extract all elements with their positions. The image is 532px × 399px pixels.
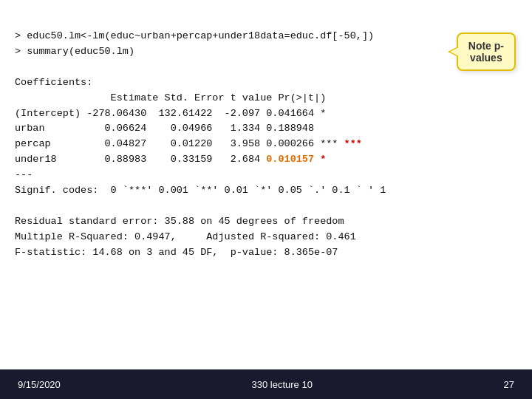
under18-star: * [314, 154, 326, 165]
coeff-cols: Estimate Std. Error t value Pr(>|t|) [15, 92, 326, 103]
under18-row: under18 0.88983 0.33159 2.684 0.010157 * [15, 154, 326, 165]
cmd1: > educ50.lm<-lm(educ~urban+percap+under1… [15, 30, 374, 41]
code-block: > educ50.lm<-lm(educ~urban+percap+under1… [15, 13, 517, 276]
footer-date: 9/15/2020 [18, 379, 61, 390]
note-bubble: Note p- values [457, 33, 516, 71]
slide: Note p- values > educ50.lm<-lm(educ~urba… [0, 0, 532, 399]
note-line2: values [470, 52, 502, 64]
r-squared: Multiple R-Squared: 0.4947, Adjusted R-s… [15, 231, 356, 242]
percap-row: percap 0.04827 0.01220 3.958 0.000266 **… [15, 138, 362, 149]
urban-row: urban 0.06624 0.04966 1.334 0.188948 [15, 123, 314, 134]
main-content: Note p- values > educ50.lm<-lm(educ~urba… [0, 0, 532, 369]
residual: Residual standard error: 35.88 on 45 deg… [15, 216, 344, 227]
footer-title: 330 lecture 10 [251, 379, 312, 390]
note-line1: Note p- [468, 40, 504, 52]
coeff-header: Coefficients: [15, 77, 92, 88]
under18-pvalue: 0.010157 [266, 154, 314, 165]
footer: 9/15/2020 330 lecture 10 27 [0, 369, 532, 399]
signif: Signif. codes: 0 `***' 0.001 `**' 0.01 `… [15, 185, 386, 196]
footer-page: 27 [504, 379, 514, 390]
fstat: F-statistic: 14.68 on 3 and 45 DF, p-val… [15, 247, 338, 258]
cmd2: > summary(educ50.lm) [15, 46, 134, 57]
percap-stars: *** [338, 138, 361, 149]
intercept-row: (Intercept) -278.06430 132.61422 -2.097 … [15, 108, 326, 119]
separator: --- [15, 169, 33, 180]
